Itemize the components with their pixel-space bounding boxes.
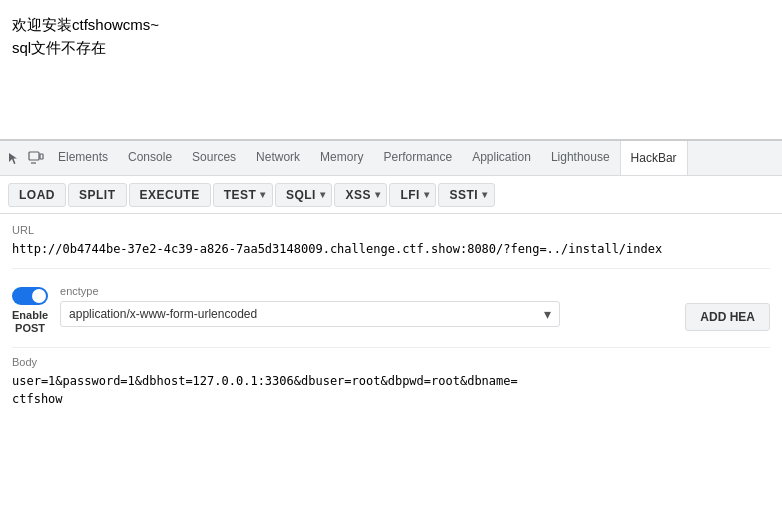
ssti-dropdown[interactable]: SSTI ▾	[438, 183, 494, 207]
url-section: URL	[12, 224, 770, 269]
device-icon[interactable]	[26, 148, 46, 168]
tab-console[interactable]: Console	[118, 141, 182, 176]
body-section: Body user=1&password=1&dbhost=127.0.0.1:…	[12, 356, 770, 408]
tab-elements[interactable]: Elements	[48, 141, 118, 176]
svg-rect-0	[29, 152, 39, 160]
xss-dropdown[interactable]: XSS ▾	[334, 183, 387, 207]
enctype-dropdown-arrow[interactable]: ▾	[544, 306, 551, 322]
enctype-label: enctype	[60, 285, 673, 297]
url-input[interactable]	[12, 240, 770, 258]
cursor-icon[interactable]	[4, 148, 24, 168]
devtools-panel: Elements Console Sources Network Memory …	[0, 140, 782, 515]
hackbar-toolbar: LOAD SPLIT EXECUTE TEST ▾ SQLI ▾ XSS ▾ L…	[0, 176, 782, 214]
page-line2: sql文件不存在	[12, 39, 770, 58]
xss-dropdown-arrow: ▾	[375, 189, 381, 200]
tab-performance[interactable]: Performance	[373, 141, 462, 176]
test-dropdown[interactable]: TEST ▾	[213, 183, 273, 207]
tab-sources[interactable]: Sources	[182, 141, 246, 176]
add-header-button[interactable]: ADD HEA	[685, 303, 770, 331]
load-button[interactable]: LOAD	[8, 183, 66, 207]
ssti-dropdown-arrow: ▾	[482, 189, 488, 200]
body-label: Body	[12, 356, 770, 368]
enable-post-label: Enable POST	[12, 309, 48, 335]
body-text: user=1&password=1&dbhost=127.0.0.1:3306&…	[12, 372, 770, 408]
enctype-area: enctype application/x-www-form-urlencode…	[60, 285, 673, 327]
test-dropdown-arrow: ▾	[260, 189, 266, 200]
tab-hackbar[interactable]: HackBar	[620, 141, 688, 176]
sqli-dropdown[interactable]: SQLI ▾	[275, 183, 333, 207]
hackbar-content: URL Enable POST enctype application/x-ww…	[0, 214, 782, 515]
enable-post-toggle[interactable]	[12, 287, 48, 305]
browser-page-content: 欢迎安装ctfshowcms~ sql文件不存在	[0, 0, 782, 140]
tab-network[interactable]: Network	[246, 141, 310, 176]
page-line1: 欢迎安装ctfshowcms~	[12, 16, 770, 35]
body-divider	[12, 347, 770, 348]
enctype-select[interactable]: application/x-www-form-urlencoded ▾	[60, 301, 560, 327]
enable-post-toggle-area: Enable POST	[12, 285, 48, 335]
lfi-dropdown-arrow: ▾	[424, 189, 430, 200]
url-label: URL	[12, 224, 770, 236]
tab-lighthouse[interactable]: Lighthouse	[541, 141, 620, 176]
post-section: Enable POST enctype application/x-www-fo…	[12, 285, 770, 335]
devtools-tabs-bar: Elements Console Sources Network Memory …	[0, 141, 782, 176]
sqli-dropdown-arrow: ▾	[320, 189, 326, 200]
split-button[interactable]: SPLIT	[68, 183, 127, 207]
tab-application[interactable]: Application	[462, 141, 541, 176]
tab-memory[interactable]: Memory	[310, 141, 373, 176]
lfi-dropdown[interactable]: LFI ▾	[389, 183, 436, 207]
execute-button[interactable]: EXECUTE	[129, 183, 211, 207]
enctype-value: application/x-www-form-urlencoded	[69, 307, 544, 321]
svg-rect-1	[40, 154, 43, 159]
